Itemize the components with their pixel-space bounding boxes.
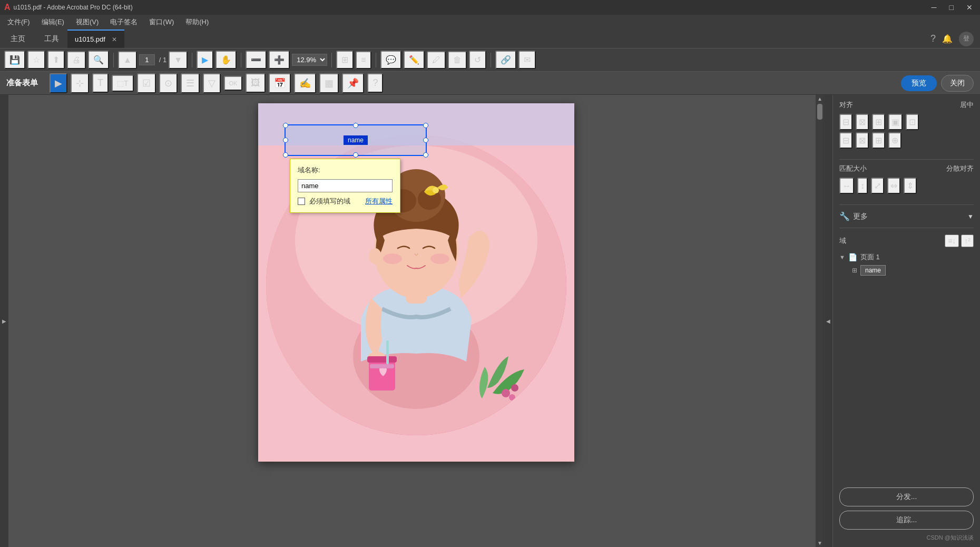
tree-expand-icon[interactable]: ▼	[839, 254, 845, 260]
print-btn[interactable]: 🖨	[67, 51, 86, 69]
maximize-btn[interactable]: □	[946, 3, 957, 12]
trace-btn[interactable]: 追踪...	[839, 511, 974, 530]
barcode-tool[interactable]: ▦	[319, 73, 339, 93]
email-btn[interactable]: ✉	[518, 51, 536, 69]
page-input[interactable]	[139, 54, 155, 65]
distribute-btn[interactable]: 分发...	[839, 487, 974, 506]
tab-close-btn[interactable]: ✕	[112, 36, 117, 43]
menu-window[interactable]: 窗口(W)	[144, 15, 179, 29]
select-tool-btn[interactable]: ▶	[197, 51, 213, 69]
match-h-btn[interactable]: ↕	[857, 178, 868, 194]
distribute-h-btn[interactable]: ⇔	[887, 178, 900, 194]
move-form-tool[interactable]: ⊹	[71, 73, 89, 93]
scroll-up-btn[interactable]: ▲	[817, 96, 822, 102]
align-distribute-h-btn[interactable]: ▣	[888, 114, 903, 130]
prev-page-btn[interactable]: ▲	[118, 51, 137, 69]
zoom-out-btn[interactable]: ➖	[246, 51, 267, 69]
scroll-thumb[interactable]	[817, 104, 822, 120]
image-tool[interactable]: 🖼	[246, 73, 266, 93]
upload-btn[interactable]: ⬆	[47, 51, 65, 69]
bookmark-btn[interactable]: ☆	[27, 51, 45, 69]
menu-edit[interactable]: 编辑(E)	[36, 15, 70, 29]
scroll-down-btn[interactable]: ▼	[817, 540, 822, 546]
svg-rect-15	[367, 356, 397, 363]
menu-view[interactable]: 视图(V)	[71, 15, 104, 29]
required-checkbox[interactable]	[298, 198, 305, 205]
close-btn[interactable]: ✕	[963, 3, 976, 12]
minimize-btn[interactable]: ─	[928, 3, 940, 12]
help-icon[interactable]: ?	[930, 33, 936, 44]
preview-btn[interactable]: 预览	[901, 75, 937, 91]
tree-field-label[interactable]: name	[860, 265, 886, 276]
form-field-selected[interactable]: name	[285, 124, 427, 156]
align-center-v-btn[interactable]: ⊠	[856, 132, 869, 149]
delete-btn[interactable]: 🗑	[448, 51, 467, 69]
select-form-tool[interactable]: ▶	[50, 73, 67, 93]
handle-br[interactable]	[423, 152, 428, 158]
hand-tool-btn[interactable]: ✋	[215, 51, 237, 69]
handle-mr[interactable]	[423, 138, 428, 143]
align-center-h-btn[interactable]: ⊠	[856, 114, 869, 130]
highlight-btn[interactable]: 🖊	[427, 51, 446, 69]
comment-btn[interactable]: 💬	[380, 51, 401, 69]
handle-ml[interactable]	[283, 138, 288, 143]
more-section[interactable]: 🔧 更多 ▼	[839, 209, 974, 223]
handle-bc[interactable]	[353, 152, 358, 158]
zoom-in-btn[interactable]: ➕	[269, 51, 290, 69]
date-tool[interactable]: 📅	[269, 73, 291, 93]
menu-file[interactable]: 文件(F)	[2, 15, 35, 29]
listbox-tool[interactable]: ☰	[181, 73, 200, 93]
checkbox-tool[interactable]: ☑	[137, 73, 156, 93]
zoom-select[interactable]: 12.9% 25% 50% 100%	[292, 54, 327, 66]
pin-tool[interactable]: 📌	[342, 73, 364, 93]
handle-tr[interactable]	[423, 123, 428, 128]
scroll-bar[interactable]: ▲ ▼	[816, 95, 824, 547]
domain-num-btn[interactable]: ↑²	[961, 235, 974, 247]
signature-tool[interactable]: ✍	[294, 73, 316, 93]
button-tool[interactable]: OK	[224, 76, 243, 91]
tab-home[interactable]: 主页	[0, 30, 36, 48]
handle-tl[interactable]	[283, 123, 288, 128]
pen-btn[interactable]: ✏️	[404, 51, 425, 69]
text-field2-tool[interactable]: ⬚T	[112, 75, 134, 92]
all-properties-link[interactable]: 所有属性	[365, 197, 393, 206]
next-page-btn[interactable]: ▼	[169, 51, 188, 69]
match-w-btn[interactable]: ↔	[839, 178, 854, 194]
align-fit-h-btn[interactable]: ⊡	[906, 114, 919, 130]
save-btn[interactable]: 💾	[4, 51, 25, 69]
right-collapse-handle[interactable]: ◀	[824, 95, 832, 547]
tab-tools[interactable]: 工具	[36, 30, 67, 48]
align-top-btn[interactable]: ⊟	[839, 132, 852, 149]
align-left-btn[interactable]: ⊟	[839, 114, 852, 130]
tree-page-item[interactable]: ▼ 📄 页面 1	[839, 251, 974, 263]
match-both-btn[interactable]: ⤢	[871, 178, 884, 194]
align-extra-btn[interactable]: ⊕	[888, 132, 901, 149]
bell-icon[interactable]: 🔔	[942, 34, 953, 44]
user-icon[interactable]: 登	[959, 32, 974, 46]
distribute-v-btn[interactable]: ⇕	[904, 178, 917, 194]
match-icons-row1: ↔ ↕ ⤢ ⇔ ⇕	[839, 178, 974, 194]
scroll-mode-btn[interactable]: ≡	[356, 51, 371, 69]
text-field-tool[interactable]: T	[92, 73, 109, 93]
close-form-btn[interactable]: 关闭	[941, 75, 974, 92]
align-right-btn[interactable]: ⊞	[872, 114, 885, 130]
popup-domain-input[interactable]	[298, 179, 393, 192]
radio-tool[interactable]: ⊙	[159, 73, 178, 93]
zoom-out-tool-btn[interactable]: 🔍	[88, 51, 109, 69]
handle-bl[interactable]	[283, 152, 288, 158]
align-bottom-btn[interactable]: ⊞	[872, 132, 885, 149]
help-form-tool[interactable]: ?	[367, 73, 383, 93]
tab-file[interactable]: u1015.pdf ✕	[67, 30, 124, 48]
right-panel: 对齐 居中 ⊟ ⊠ ⊞ ▣ ⊡ ⊟ ⊠ ⊞ ⊕ 匹配大小	[832, 95, 980, 547]
menu-sign[interactable]: 电子签名	[105, 15, 143, 29]
view-mode-btn[interactable]: ⊞	[336, 51, 354, 69]
dropdown-tool[interactable]: ▽	[203, 73, 221, 93]
left-collapse-handle[interactable]: ▶	[0, 95, 8, 547]
handle-tc[interactable]	[353, 123, 358, 128]
menu-help[interactable]: 帮助(H)	[180, 15, 214, 29]
expand-icon[interactable]: ▼	[967, 213, 974, 220]
link-btn[interactable]: 🔗	[495, 51, 516, 69]
domain-sort-btn[interactable]: ≡↓	[945, 235, 959, 247]
divider2	[839, 204, 974, 205]
undo-btn[interactable]: ↺	[469, 51, 486, 69]
